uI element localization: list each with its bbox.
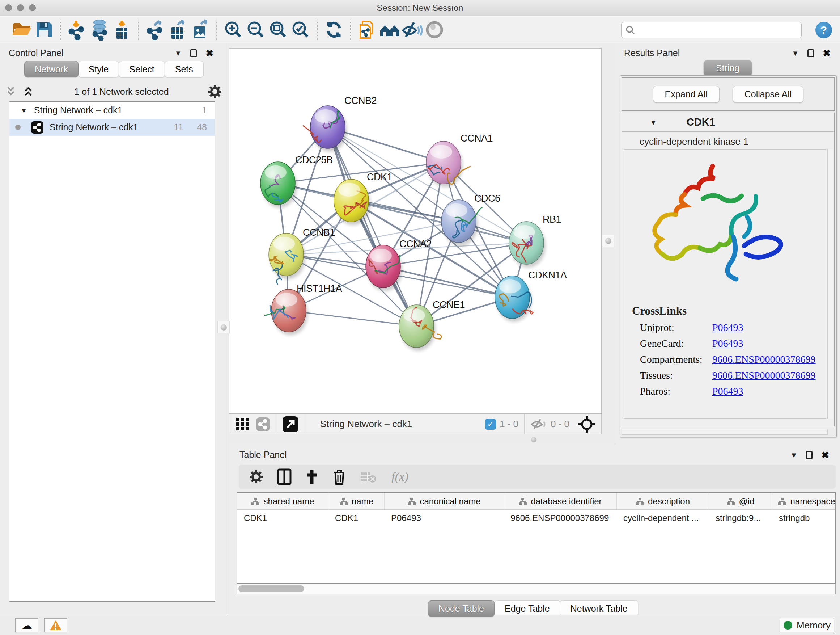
- table-panel-float-icon[interactable]: [806, 451, 813, 459]
- table-panel-close-icon[interactable]: ✖: [821, 450, 829, 460]
- column-header-shared-name[interactable]: shared name: [237, 493, 328, 509]
- network-edge-CCNB2-CCNE1[interactable]: [328, 127, 416, 326]
- control-panel-collapse-icon[interactable]: ▼: [174, 50, 182, 57]
- column-header-name[interactable]: name: [328, 493, 385, 509]
- crosslink-value-link[interactable]: P06493: [712, 338, 744, 349]
- apply-layout-button[interactable]: [323, 19, 345, 41]
- collapse-all-button[interactable]: Collapse All: [733, 86, 804, 103]
- hide-selected-button[interactable]: [401, 19, 423, 41]
- tab-sets[interactable]: Sets: [164, 61, 204, 78]
- tree-expander-icon[interactable]: ▼: [20, 107, 27, 114]
- table-settings-gear-icon[interactable]: [248, 469, 264, 485]
- export-image-button[interactable]: [189, 19, 211, 41]
- control-panel-float-icon[interactable]: [190, 49, 197, 57]
- zoom-out-button[interactable]: [245, 19, 267, 41]
- results-panel-float-icon[interactable]: [807, 49, 814, 57]
- scrollbar-thumb[interactable]: [238, 585, 304, 592]
- table-panel-collapse-icon[interactable]: ▼: [790, 451, 797, 459]
- crosslink-row: Tissues:9606.ENSP00000378699: [640, 370, 826, 381]
- open-in-new-icon[interactable]: [282, 416, 299, 432]
- create-column-icon[interactable]: [305, 469, 319, 485]
- column-header-@id[interactable]: @id: [709, 493, 772, 509]
- search-input[interactable]: [638, 25, 798, 35]
- first-neighbors-button[interactable]: [378, 19, 401, 41]
- table-row[interactable]: CDK1CDK1P064939606.ENSP00000378699cyclin…: [237, 510, 835, 526]
- table-cell: 9606.ENSP00000378699: [504, 510, 617, 526]
- zoom-in-button[interactable]: [222, 19, 245, 41]
- network-node-CDC6[interactable]: CDC6: [441, 193, 500, 246]
- export-table-icon: [167, 19, 188, 40]
- table-cell: cyclin-dependent ...: [617, 510, 709, 526]
- crosslink-value-link[interactable]: P06493: [712, 322, 744, 333]
- crosslink-value-link[interactable]: 9606.ENSP00000378699: [712, 370, 815, 381]
- warnings-button[interactable]: [44, 618, 67, 632]
- results-panel-collapse-icon[interactable]: ▼: [791, 50, 799, 57]
- zoom-fit-button[interactable]: [267, 19, 289, 41]
- check-icon: ✓: [487, 420, 494, 429]
- tab-select[interactable]: Select: [118, 61, 164, 78]
- node-gloss: [338, 183, 360, 196]
- crosslink-value-link[interactable]: P06493: [712, 386, 744, 397]
- splitter-handle[interactable]: [218, 321, 230, 333]
- control-panel-close-icon[interactable]: ✖: [205, 49, 213, 58]
- network-row[interactable]: String Network – cdk1 11 48: [9, 119, 215, 136]
- node-label-CDK1: CDK1: [367, 172, 392, 182]
- tab-network[interactable]: Network: [24, 61, 79, 78]
- results-panel-close-icon[interactable]: ✖: [823, 49, 831, 58]
- export-network-button[interactable]: [144, 19, 166, 41]
- collapse-all-icon[interactable]: [5, 85, 19, 98]
- crosslink-value-link[interactable]: 9606.ENSP00000378699: [712, 354, 815, 365]
- network-edge-CCNA2-CDKN1A[interactable]: [383, 266, 512, 297]
- string-results-frame: Expand All Collapse All ▼ CDK1 cyclin-de…: [620, 75, 837, 437]
- column-type-icon: [251, 497, 260, 505]
- cloud-icon: ☁: [21, 619, 32, 632]
- tab-style[interactable]: Style: [78, 61, 119, 78]
- tab-node-table[interactable]: Node Table: [428, 600, 494, 617]
- import-network-file-button[interactable]: [66, 19, 88, 41]
- table-horizontal-scrollbar[interactable]: [237, 584, 836, 594]
- function-builder-button[interactable]: f(x): [392, 470, 409, 484]
- network-canvas[interactable]: CCNB2CCNA1CDC25BCDK1CDC6RB1CCNB1CCNA2CDK…: [229, 48, 602, 414]
- expand-all-button[interactable]: Expand All: [653, 86, 720, 103]
- network-node-RB1[interactable]: RB1: [509, 214, 561, 268]
- expand-all-icon[interactable]: [22, 85, 36, 98]
- crosshair-icon[interactable]: [577, 415, 596, 434]
- gear-icon[interactable]: [207, 84, 223, 100]
- export-network-icon: [145, 19, 166, 40]
- selected-nodes-checkbox[interactable]: ✓: [485, 419, 496, 430]
- birds-eye-view-icon[interactable]: [235, 416, 251, 432]
- import-network-database-button[interactable]: [88, 19, 111, 41]
- export-table-button[interactable]: [166, 19, 189, 41]
- results-horizontal-scrollbar[interactable]: [622, 429, 828, 435]
- column-header-namespace[interactable]: namespace: [772, 493, 836, 509]
- delete-table-icon[interactable]: [360, 470, 378, 484]
- results-vertical-scrollbar[interactable]: [827, 149, 834, 418]
- network-collection-row[interactable]: ▼ String Network – cdk1 1: [9, 102, 215, 119]
- column-header-canonical-name[interactable]: canonical name: [385, 493, 504, 509]
- splitter-handle[interactable]: [531, 437, 537, 442]
- crosslinks-title: CrossLinks: [632, 304, 826, 318]
- column-header-database-identifier[interactable]: database identifier: [504, 493, 617, 509]
- share-view-icon[interactable]: [256, 417, 270, 432]
- save-session-button[interactable]: [33, 19, 55, 41]
- column-header-description[interactable]: description: [617, 493, 709, 509]
- tab-string[interactable]: String: [704, 60, 752, 76]
- help-button[interactable]: ?: [815, 22, 832, 38]
- network-node-CCNE1[interactable]: CCNE1: [399, 299, 465, 351]
- splitter-handle[interactable]: [602, 234, 614, 247]
- zoom-selected-button[interactable]: [289, 19, 312, 41]
- entry-expander-icon[interactable]: ▼: [650, 119, 657, 126]
- titlebar: Session: New Session: [0, 0, 840, 16]
- open-session-button[interactable]: [10, 19, 33, 41]
- show-all-button[interactable]: [423, 19, 446, 41]
- delete-column-icon[interactable]: [332, 468, 347, 486]
- network-node-CCNA1[interactable]: CCNA1: [426, 133, 493, 187]
- import-table-file-button[interactable]: [111, 19, 133, 41]
- network-from-selection-button[interactable]: [356, 19, 378, 41]
- cloud-button[interactable]: ☁: [15, 618, 38, 632]
- toolbar-separator: [305, 414, 305, 434]
- network-node-CDKN1A[interactable]: CDKN1A: [495, 270, 567, 322]
- memory-button[interactable]: Memory: [780, 618, 834, 632]
- network-node-HIST1H1A[interactable]: HIST1H1A: [264, 283, 342, 335]
- show-columns-icon[interactable]: [277, 469, 292, 485]
